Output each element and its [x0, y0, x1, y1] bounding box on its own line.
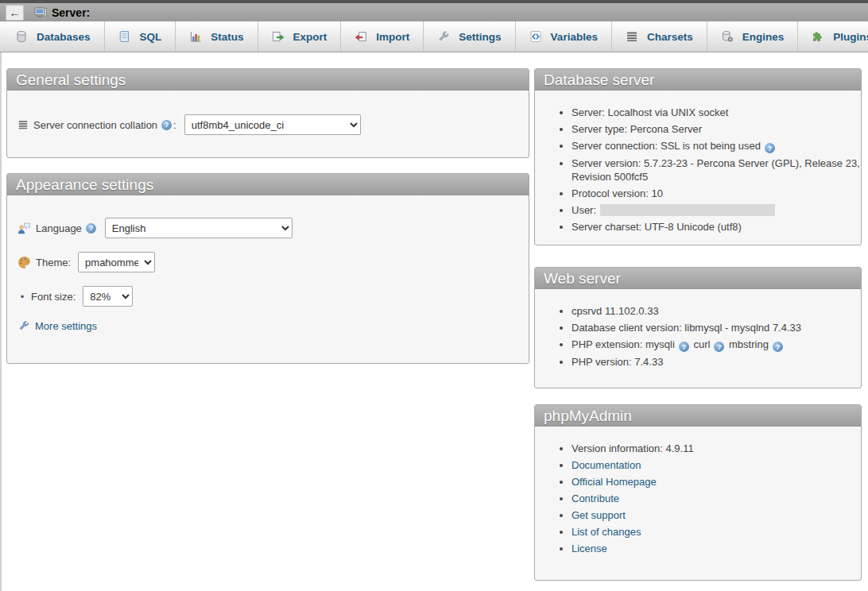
panel-title: Web server: [535, 268, 861, 289]
list-item: Official Homepage: [572, 475, 861, 489]
documentation-link[interactable]: Documentation: [572, 459, 641, 471]
tab-label: Import: [376, 31, 409, 43]
tab-sql[interactable]: SQL: [105, 21, 176, 52]
list-item: PHP version: 7.4.33: [572, 355, 861, 369]
tab-label: Plugins: [833, 31, 868, 43]
get-support-link[interactable]: Get support: [572, 509, 626, 521]
server-connection-text: Server connection: SSL is not being used: [572, 140, 761, 152]
collation-icon: [17, 119, 29, 130]
tab-databases[interactable]: Databases: [0, 21, 105, 52]
general-settings-panel: General settings Server connection colla…: [6, 68, 529, 158]
more-settings-link[interactable]: More settings: [35, 320, 97, 332]
php-extension-curl: curl: [693, 338, 710, 350]
tab-status[interactable]: Status: [176, 21, 258, 52]
list-item: Protocol version: 10: [572, 187, 861, 200]
collation-colon: :: [173, 119, 176, 131]
tab-charsets[interactable]: Charsets: [612, 21, 707, 52]
variables-icon: [529, 30, 542, 43]
list-item: Server: Localhost via UNIX socket: [572, 106, 861, 119]
official-homepage-link[interactable]: Official Homepage: [572, 476, 657, 488]
panel-title: Appearance settings: [7, 174, 529, 195]
php-extension-text: PHP extension: mysqli: [572, 338, 675, 350]
language-select[interactable]: English: [105, 218, 293, 238]
help-icon[interactable]: ?: [679, 342, 689, 352]
tab-export[interactable]: Export: [258, 21, 342, 52]
list-item: PHP extension: mysqli? curl? mbstring?: [572, 338, 861, 352]
tab-label: Databases: [37, 31, 91, 43]
import-icon: [355, 30, 367, 43]
sql-icon: [118, 30, 131, 43]
list-item: Get support: [572, 508, 861, 522]
databases-icon: [15, 30, 28, 43]
theme-row: Theme: pmahomme: [17, 252, 529, 272]
charsets-icon: [626, 30, 638, 43]
list-item: List of changes: [572, 525, 861, 539]
page-title: Server:: [52, 6, 90, 19]
user-label: User:: [572, 204, 596, 216]
database-server-panel: Database server Server: Localhost via UN…: [534, 68, 862, 245]
tab-settings[interactable]: Settings: [424, 21, 515, 52]
language-icon: [17, 222, 31, 235]
collation-row: Server connection collation ? : utf8mb4_…: [17, 114, 529, 135]
collation-select[interactable]: utf8mb4_unicode_ci: [184, 114, 361, 135]
language-label: Language: [36, 222, 82, 234]
user-redaction-box: [600, 204, 775, 216]
database-server-list: Server: Localhost via UNIX socket Server…: [535, 106, 861, 234]
help-icon[interactable]: ?: [714, 342, 724, 352]
language-row: Language ? English: [17, 218, 529, 238]
tab-label: Export: [293, 31, 327, 43]
tab-import[interactable]: Import: [341, 21, 424, 52]
list-item: Version information: 4.9.11: [572, 442, 861, 455]
theme-icon: [17, 256, 31, 269]
panel-title: phpMyAdmin: [535, 405, 861, 427]
tab-variables[interactable]: Variables: [516, 21, 612, 52]
list-item: User:: [572, 203, 861, 217]
help-icon[interactable]: ?: [765, 143, 775, 153]
collation-label: Server connection collation: [33, 119, 157, 131]
help-icon[interactable]: ?: [86, 223, 96, 234]
tab-label: Charsets: [647, 31, 693, 43]
contribute-link[interactable]: Contribute: [572, 492, 619, 504]
server-icon: [34, 6, 48, 20]
phpmyadmin-panel: phpMyAdmin Version information: 4.9.11 D…: [534, 404, 862, 581]
plugins-icon: [812, 30, 824, 43]
list-item: License: [572, 542, 861, 555]
phpmyadmin-list: Version information: 4.9.11 Documentatio…: [535, 442, 861, 555]
back-button[interactable]: ←: [6, 5, 24, 21]
tab-label: Engines: [742, 31, 785, 43]
web-server-list: cpsrvd 11.102.0.33 Database client versi…: [535, 304, 861, 369]
tab-label: Status: [211, 31, 243, 43]
panel-title: General settings: [7, 69, 529, 91]
web-server-panel: Web server cpsrvd 11.102.0.33 Database c…: [534, 267, 862, 388]
appearance-settings-panel: Appearance settings Language ? English T…: [6, 173, 529, 364]
tab-engines[interactable]: Engines: [707, 21, 799, 52]
list-item: Contribute: [572, 492, 861, 505]
server-tabbar: Databases SQL Status Export: [0, 21, 868, 52]
tab-label: Settings: [459, 31, 501, 43]
help-icon[interactable]: ?: [773, 342, 783, 352]
tab-label: SQL: [140, 31, 162, 43]
list-item: Server connection: SSL is not being used…: [572, 139, 861, 153]
more-settings-wrench-icon: [17, 319, 30, 332]
list-item: cpsrvd 11.102.0.33: [572, 304, 861, 318]
engines-icon: [721, 30, 734, 43]
panel-title: Database server: [535, 69, 861, 91]
font-size-select[interactable]: 82%: [83, 286, 133, 307]
titlebar: ← Server:: [0, 0, 868, 21]
export-icon: [272, 30, 285, 43]
theme-select[interactable]: pmahomme: [78, 252, 155, 272]
wrench-icon: [437, 30, 450, 43]
list-item: Database client version: libmysql - mysq…: [572, 321, 861, 334]
tab-label: Variables: [551, 31, 598, 43]
more-settings-row: More settings: [17, 319, 529, 332]
status-icon: [189, 30, 202, 43]
help-icon[interactable]: ?: [161, 120, 172, 130]
bullet-icon: •: [17, 291, 27, 303]
content-left-edge: [0, 52, 2, 591]
list-item: Server charset: UTF-8 Unicode (utf8): [572, 220, 861, 234]
theme-label: Theme:: [36, 257, 71, 268]
tab-plugins[interactable]: Plugins: [798, 21, 868, 52]
list-of-changes-link[interactable]: List of changes: [572, 526, 641, 538]
php-extension-mbstring: mbstring: [729, 338, 769, 350]
license-link[interactable]: License: [572, 543, 607, 554]
